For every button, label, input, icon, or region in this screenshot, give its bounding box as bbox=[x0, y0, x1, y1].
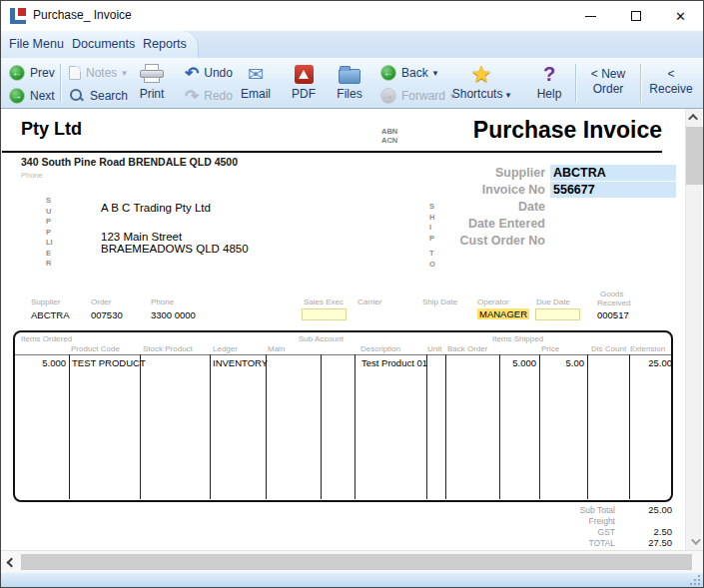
help-question-icon: ? bbox=[543, 64, 555, 84]
sales-exec-label: Sales Exec bbox=[304, 297, 344, 306]
group-sub-account: Sub Account bbox=[299, 334, 344, 343]
col-description: Description bbox=[360, 344, 400, 353]
supplier-vertical-label: SUPPLIER bbox=[46, 196, 53, 270]
goods-received-label-1: Goods bbox=[600, 290, 624, 298]
group-items-shipped: Items Shipped bbox=[492, 334, 543, 343]
gst-label: GST bbox=[500, 527, 615, 537]
print-button[interactable]: Print bbox=[129, 61, 175, 101]
cell-qty-shipped[interactable]: 5.000 bbox=[460, 357, 536, 368]
header-rule bbox=[2, 151, 662, 153]
invoice-form: Pty Ltd ABN ACN Purchase Invoice 340 Sou… bbox=[1, 109, 703, 550]
vertical-scroll-thumb[interactable] bbox=[686, 127, 703, 185]
horizontal-scrollbar[interactable] bbox=[1, 550, 703, 572]
acn-label: ACN bbox=[381, 136, 397, 145]
col-ledger: Ledger bbox=[213, 344, 238, 353]
total-value: 27.50 bbox=[618, 537, 672, 548]
scroll-up-button[interactable] bbox=[686, 109, 703, 126]
prev-button[interactable]: ← Prev bbox=[7, 62, 57, 84]
col-extension: Extension bbox=[630, 344, 665, 353]
chevron-left-icon bbox=[6, 557, 16, 567]
company-name: Pty Ltd bbox=[21, 119, 82, 140]
info-supplier-value: ABCTRA bbox=[31, 309, 70, 320]
maximize-button[interactable] bbox=[613, 1, 658, 31]
to-vertical-label: TO bbox=[429, 249, 436, 270]
goods-received-label-2: Received bbox=[597, 298, 630, 307]
due-date-input[interactable] bbox=[535, 308, 580, 320]
cell-description[interactable]: Test Product 01 bbox=[361, 357, 427, 368]
window-title: Purchase_ Invoice bbox=[33, 8, 132, 22]
supplier-name: A B C Trading Pty Ltd bbox=[101, 202, 211, 214]
cell-ledger[interactable]: INVENTORY bbox=[213, 357, 268, 368]
invoice-no-field-label: Invoice No bbox=[400, 183, 545, 197]
search-icon bbox=[69, 88, 85, 104]
cell-price[interactable]: 5.00 bbox=[541, 357, 584, 368]
chevron-up-icon bbox=[688, 114, 698, 124]
redo-icon: ↷ bbox=[185, 88, 199, 105]
supplier-street: 123 Main Street bbox=[101, 231, 182, 243]
close-button[interactable]: ✕ bbox=[658, 1, 703, 31]
shortcuts-dropdown-icon: ▾ bbox=[506, 90, 511, 100]
next-button[interactable]: → Next bbox=[7, 85, 57, 107]
menu-documents[interactable]: Documents bbox=[72, 37, 135, 51]
toolbar-separator bbox=[60, 64, 61, 102]
horizontal-scroll-thumb[interactable] bbox=[21, 554, 692, 570]
company-address: 340 South Pine Road BRENDALE QLD 4500 bbox=[21, 156, 238, 168]
date-field-label: Date bbox=[400, 200, 545, 214]
resize-grip[interactable] bbox=[691, 576, 700, 585]
status-bar bbox=[1, 572, 703, 588]
toolbar: ← Prev → Next Notes ▾ Search Print bbox=[1, 58, 703, 109]
cell-qty-ordered[interactable]: 5.000 bbox=[17, 357, 66, 368]
operator-label: Operator bbox=[477, 297, 509, 306]
table-header-divider bbox=[15, 354, 671, 355]
menu-file[interactable]: File Menu bbox=[9, 37, 64, 51]
minimize-button[interactable] bbox=[568, 1, 613, 31]
pdf-icon bbox=[295, 65, 314, 84]
back-dropdown-icon[interactable]: ▾ bbox=[433, 68, 438, 78]
line-items-table: Items Ordered Sub Account Items Shipped … bbox=[13, 330, 673, 502]
menu-bar: File Menu Documents Reports bbox=[1, 31, 703, 58]
vertical-scrollbar[interactable] bbox=[685, 109, 702, 550]
help-button[interactable]: ? Help bbox=[528, 61, 570, 101]
col-dis-count: Dis Count bbox=[591, 344, 626, 353]
supplier-input[interactable]: ABCTRA bbox=[550, 165, 676, 181]
carrier-label: Carrier bbox=[357, 297, 381, 306]
forward-button[interactable]: → Forward ▾ bbox=[378, 85, 457, 107]
col-stock-product: Stock Product bbox=[143, 344, 193, 353]
undo-icon: ↶ bbox=[185, 65, 199, 82]
receive-button[interactable]: < Receive bbox=[643, 67, 699, 97]
files-button[interactable]: Files bbox=[327, 61, 372, 101]
goods-received-value: 000517 bbox=[597, 309, 629, 320]
col-main: Main bbox=[268, 344, 285, 353]
cust-order-no-field-label: Cust Order No bbox=[400, 234, 545, 248]
invoice-no-input[interactable]: 556677 bbox=[550, 182, 676, 198]
back-button[interactable]: ← Back ▾ bbox=[378, 62, 457, 84]
email-button[interactable]: ✉ Email bbox=[233, 61, 279, 101]
close-icon: ✕ bbox=[675, 10, 686, 23]
printer-icon bbox=[139, 64, 165, 84]
new-order-button[interactable]: < New Order bbox=[579, 67, 637, 97]
minimize-icon bbox=[585, 16, 596, 17]
undo-button[interactable]: ↶ Undo bbox=[183, 62, 235, 84]
cell-product-code[interactable]: TEST PRODUCT bbox=[72, 357, 146, 368]
operator-input[interactable]: MANAGER bbox=[477, 308, 529, 319]
pdf-button[interactable]: PDF bbox=[283, 61, 325, 101]
notes-button[interactable]: Notes ▾ bbox=[67, 62, 130, 84]
next-arrow-icon: → bbox=[9, 88, 25, 104]
sales-exec-input[interactable] bbox=[302, 308, 347, 320]
email-envelope-icon: ✉ bbox=[248, 65, 264, 84]
scroll-down-button[interactable] bbox=[686, 533, 703, 550]
info-order-label: Order bbox=[91, 297, 111, 306]
menu-reports[interactable]: Reports bbox=[143, 37, 187, 51]
star-icon: ★ bbox=[471, 63, 492, 86]
app-logo-icon bbox=[10, 8, 26, 24]
search-button[interactable]: Search bbox=[67, 85, 130, 107]
gst-value: 2.50 bbox=[618, 526, 672, 537]
cell-extension[interactable]: 25.00 bbox=[614, 357, 672, 368]
abn-label: ABN bbox=[381, 127, 397, 136]
ship-date-label: Ship Date bbox=[422, 297, 457, 306]
shortcuts-button[interactable]: ★ Shortcuts ▾ bbox=[448, 61, 514, 101]
notes-dropdown-icon: ▾ bbox=[122, 68, 127, 78]
redo-button[interactable]: ↷ Redo bbox=[183, 85, 235, 107]
col-price: Price bbox=[541, 344, 559, 353]
scroll-left-button[interactable] bbox=[3, 551, 19, 573]
